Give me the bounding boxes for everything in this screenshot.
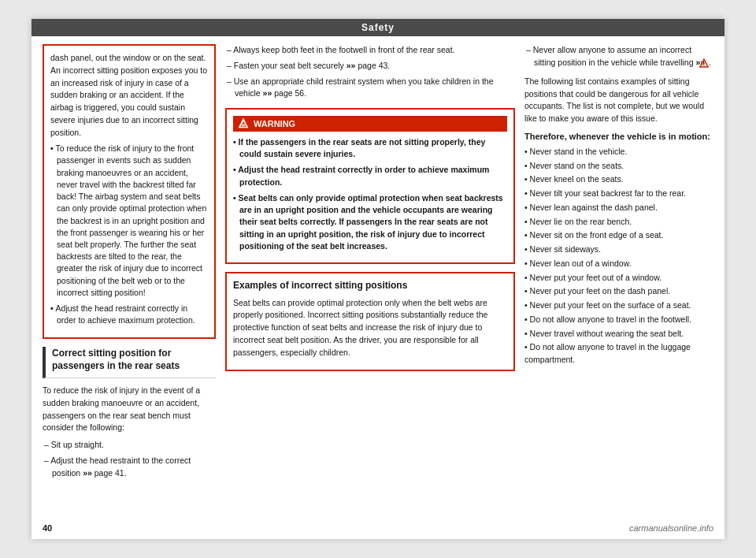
red-box-bullet1: To reduce the risk of injury to the fron… [50, 143, 208, 299]
motion-heading: Therefore, whenever the vehicle is in mo… [524, 132, 713, 141]
header-bar: Safety [32, 19, 724, 36]
right-bullet-5: Never lie on the rear bench. [524, 216, 713, 229]
page-number: 40 [43, 523, 52, 533]
warning-inline-icon: ! [707, 57, 709, 69]
left-dash-1: Sit up straight. [43, 439, 216, 452]
right-bullet-13: Never travel without wearing the seat be… [524, 328, 713, 340]
right-bullet-12: Do not allow anyone to travel in the foo… [524, 314, 713, 326]
svg-text:⚠: ⚠ [240, 121, 246, 128]
header-title: Safety [361, 22, 395, 33]
warning-label: WARNING [254, 119, 295, 128]
right-bullet-8: Never lean out of a window. [524, 258, 713, 270]
examples-box: Examples of incorrect sitting positions … [225, 272, 515, 371]
svg-text:!: ! [703, 61, 705, 67]
mid-dash-2: – Fasten your seat belt securely »» page… [225, 60, 515, 73]
right-bullet-1: Never stand on the seats. [524, 160, 713, 173]
right-bullets-list: Never stand in the vehicle. Never stand … [524, 146, 713, 366]
mid-dash-3: – Use an appropriate child restraint sys… [225, 76, 515, 101]
watermark: carmanualsonline.info [629, 523, 713, 533]
left-dash-2: – Adjust the head restraint to the corre… [43, 455, 216, 480]
content-area: dash panel, out the window or on the sea… [32, 36, 724, 490]
right-bullet-7: Never sit sideways. [524, 244, 713, 256]
warning-triangle-icon: ⚠ [238, 117, 249, 130]
warning-bullet-2: Adjust the head restraint correctly in o… [233, 164, 507, 188]
right-column: – Never allow anyone to assume an incorr… [524, 44, 713, 482]
warning-bullet-3: Seat belts can only provide optimal prot… [233, 192, 507, 252]
right-intro-text: The following list contains examples of … [524, 76, 713, 125]
right-bullet-11: Never put your feet on the surface of a … [524, 299, 713, 312]
right-bullet-14: Do not allow anyone to travel in the lug… [524, 341, 713, 366]
mid-column: – Always keep both feet in the footwell … [225, 44, 515, 482]
red-warning-box: dash panel, out the window or on the sea… [43, 44, 216, 339]
right-bullet-4: Never lean against the dash panel. [524, 202, 713, 214]
examples-body: Seat belts can provide optimal protectio… [233, 297, 507, 359]
correct-sitting-heading: Correct sitting position for passengers … [43, 347, 216, 379]
examples-heading: Examples of incorrect sitting positions [233, 280, 507, 292]
right-bullet-0: Never stand in the vehicle. [524, 146, 713, 158]
warning-body: If the passengers in the rear seats are … [233, 136, 507, 252]
right-bullet-2: Never kneel on the seats. [524, 173, 713, 186]
red-box-bullet2: Adjust the head restraint correctly in o… [50, 303, 208, 326]
mid-dash-1: – Always keep both feet in the footwell … [225, 44, 515, 57]
right-dash-1: – Never allow anyone to assume an incorr… [524, 44, 713, 69]
right-bullet-6: Never sit on the front edge of a seat. [524, 229, 713, 242]
left-body-text: To reduce the risk of injury in the even… [43, 385, 216, 434]
right-bullet-3: Never tilt your seat backrest far to the… [524, 188, 713, 200]
right-bullet-9: Never put your feet out of a window. [524, 272, 713, 285]
red-box-intro: dash panel, out the window or on the sea… [50, 52, 208, 139]
warning-box: ⚠ WARNING If the passengers in the rear … [225, 108, 515, 264]
warning-bullet-1: If the passengers in the rear seats are … [233, 136, 507, 160]
right-bullet-10: Never put your feet on the dash panel. [524, 285, 713, 298]
page: Safety dash panel, out the window or on … [32, 19, 724, 539]
left-column: dash panel, out the window or on the sea… [43, 44, 216, 482]
warning-header: ⚠ WARNING [233, 116, 507, 132]
